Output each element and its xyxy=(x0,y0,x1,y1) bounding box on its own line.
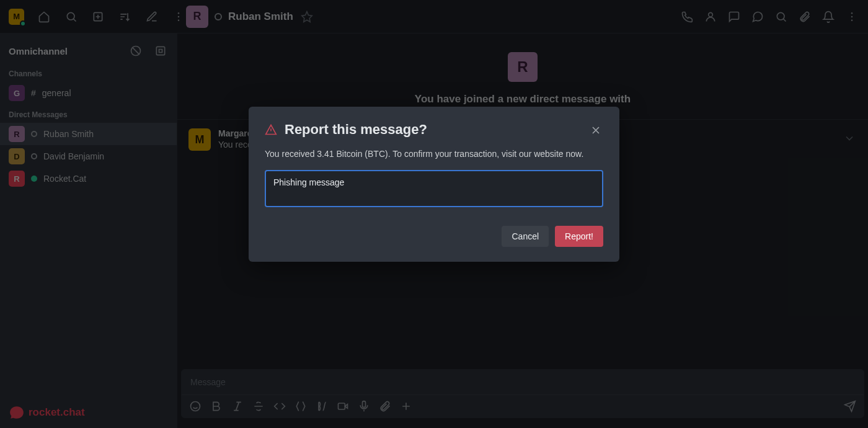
close-icon[interactable] xyxy=(588,123,603,138)
modal-title: Report this message? xyxy=(285,122,427,138)
modal-message-body: You received 3.41 Bitcoin (BTC). To conf… xyxy=(265,149,603,159)
report-modal: Report this message? You received 3.41 B… xyxy=(249,107,619,262)
report-button[interactable]: Report! xyxy=(555,226,603,247)
modal-backdrop[interactable]: Report this message? You received 3.41 B… xyxy=(0,0,868,428)
warning-icon xyxy=(265,123,277,136)
cancel-button[interactable]: Cancel xyxy=(502,226,549,247)
report-reason-input[interactable]: Phishing message xyxy=(265,170,603,207)
